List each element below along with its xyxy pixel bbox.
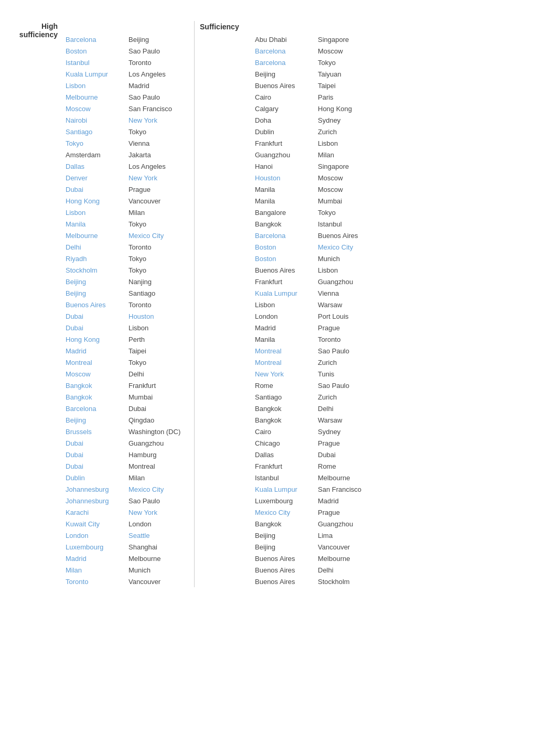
list-item: Munich — [129, 564, 186, 576]
list-item: Mumbai — [129, 391, 186, 403]
list-item: Sydney — [318, 114, 376, 126]
list-item: Seattle — [129, 530, 186, 541]
list-item: Warsaw — [318, 299, 376, 310]
high-col1: BarcelonaBostonIstanbulKuala LumpurLisbo… — [63, 21, 126, 587]
list-item: Kuwait City — [66, 518, 123, 530]
list-item: Frankfurt — [255, 460, 313, 472]
list-item: Melbourne — [66, 91, 123, 103]
sufficiency-group: Abu DhabiBarcelonaBarcelonaBeijingBuenos… — [252, 21, 378, 587]
list-item: London — [66, 530, 123, 541]
list-item: London — [129, 518, 186, 530]
list-item: Karachi — [66, 506, 123, 518]
list-item: Frankfurt — [255, 137, 313, 149]
list-item: Frankfurt — [129, 380, 186, 391]
list-item: Kuala Lumpur — [255, 287, 313, 299]
list-item: Santiago — [255, 391, 313, 403]
list-item: San Francisco — [318, 483, 376, 495]
list-item: Toronto — [129, 57, 186, 68]
sufficiency-label: sufficiency — [5, 30, 63, 39]
list-item: Tunis — [318, 368, 376, 380]
list-item: Perth — [129, 333, 186, 345]
list-item: Hong Kong — [66, 195, 123, 207]
list-item: London — [255, 310, 313, 322]
list-item: Dallas — [255, 449, 313, 460]
list-item: Mumbai — [318, 195, 376, 207]
list-item: Lisbon — [66, 207, 123, 218]
list-item: Bangkok — [255, 518, 313, 530]
list-item: Frankfurt — [255, 276, 313, 287]
list-item: Buenos Aires — [255, 264, 313, 276]
list-item: Barcelona — [66, 34, 123, 45]
list-item: Boston — [66, 45, 123, 57]
list-item: Dublin — [255, 126, 313, 137]
list-item: Mexico City — [129, 230, 186, 241]
list-item: Moscow — [318, 45, 376, 57]
list-item: Delhi — [318, 403, 376, 414]
list-item: Vancouver — [129, 576, 186, 587]
list-item: New York — [129, 172, 186, 183]
list-item: Moscow — [66, 103, 123, 114]
list-item: Madrid — [318, 495, 376, 506]
high-sufficiency-group: BarcelonaBostonIstanbulKuala LumpurLisbo… — [63, 21, 189, 587]
list-item: Luxembourg — [66, 541, 123, 553]
list-item: Montreal — [255, 345, 313, 357]
list-item: Munich — [318, 253, 376, 264]
list-item: Chicago — [255, 437, 313, 449]
list-item: Johannesburg — [66, 483, 123, 495]
list-item: Madrid — [66, 553, 123, 564]
list-item: Montreal — [129, 460, 186, 472]
list-item: Milan — [66, 564, 123, 576]
list-item: Lisbon — [255, 299, 313, 310]
list-item: Boston — [255, 253, 313, 264]
suf-col1-header — [255, 21, 313, 33]
list-item: Mexico City — [318, 241, 376, 253]
list-item: Boston — [255, 241, 313, 253]
suf-col1: Abu DhabiBarcelonaBarcelonaBeijingBuenos… — [252, 21, 315, 587]
list-item: Beijing — [255, 530, 313, 541]
list-item: Buenos Aires — [66, 299, 123, 310]
list-item: Barcelona — [255, 57, 313, 68]
list-item: Prague — [318, 506, 376, 518]
list-item: Bangalore — [255, 207, 313, 218]
list-item: Sao Paulo — [318, 380, 376, 391]
list-item: Vienna — [318, 287, 376, 299]
divider — [194, 21, 195, 587]
list-item: Tokyo — [129, 264, 186, 276]
list-item: Bangkok — [255, 414, 313, 426]
list-item: Washington (DC) — [129, 426, 186, 437]
list-item: Beijing — [255, 68, 313, 80]
list-item: Johannesburg — [66, 495, 123, 506]
list-item: Zurich — [318, 126, 376, 137]
list-item: New York — [129, 114, 186, 126]
sufficiency-header: Sufficiency — [200, 21, 252, 33]
list-item: Toronto — [129, 241, 186, 253]
list-item: Beijing — [66, 276, 123, 287]
list-item: Shanghai — [129, 541, 186, 553]
list-item: Abu Dhabi — [255, 34, 313, 45]
list-item: Melbourne — [66, 230, 123, 241]
list-item: Paris — [318, 91, 376, 103]
list-item: Milan — [318, 149, 376, 160]
list-item: Zurich — [318, 357, 376, 368]
list-item: Cairo — [255, 91, 313, 103]
list-item: Sao Paulo — [129, 91, 186, 103]
list-item: Guangzhou — [318, 276, 376, 287]
list-item: Qingdao — [129, 414, 186, 426]
list-item: Toronto — [66, 576, 123, 587]
list-item: Istanbul — [255, 472, 313, 483]
list-item: Melbourne — [129, 553, 186, 564]
list-item: Amsterdam — [66, 149, 123, 160]
list-item: New York — [255, 368, 313, 380]
list-item: Los Angeles — [129, 160, 186, 172]
list-item: Guangzhou — [255, 149, 313, 160]
list-item: Barcelona — [255, 230, 313, 241]
list-item: Beijing — [129, 34, 186, 45]
list-item: Nanjing — [129, 276, 186, 287]
list-item: Guangzhou — [129, 437, 186, 449]
list-item: Rome — [318, 460, 376, 472]
list-item: Singapore — [318, 34, 376, 45]
list-item: Madrid — [255, 322, 313, 333]
list-item: Prague — [318, 437, 376, 449]
list-item: Luxembourg — [255, 495, 313, 506]
list-item: Lisbon — [66, 80, 123, 91]
